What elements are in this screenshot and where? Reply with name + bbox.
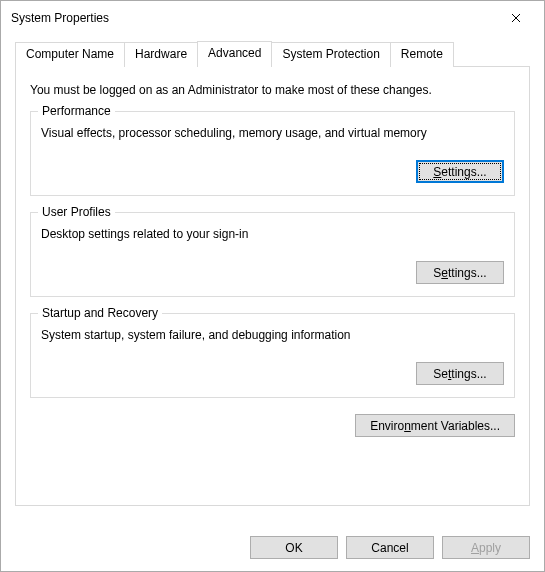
tab-row: Computer Name Hardware Advanced System P…	[15, 41, 530, 66]
group-user-profiles-title: User Profiles	[38, 205, 115, 219]
group-performance: Performance Visual effects, processor sc…	[30, 111, 515, 196]
tab-remote[interactable]: Remote	[390, 42, 454, 67]
group-user-profiles: User Profiles Desktop settings related t…	[30, 212, 515, 297]
group-startup-desc: System startup, system failure, and debu…	[41, 328, 504, 342]
group-performance-desc: Visual effects, processor scheduling, me…	[41, 126, 504, 140]
group-startup-recovery: Startup and Recovery System startup, sys…	[30, 313, 515, 398]
environment-variables-button[interactable]: Environment Variables...	[355, 414, 515, 437]
group-startup-title: Startup and Recovery	[38, 306, 162, 320]
tab-advanced-panel: You must be logged on as an Administrato…	[15, 66, 530, 506]
cancel-button[interactable]: Cancel	[346, 536, 434, 559]
tab-computer-name[interactable]: Computer Name	[15, 42, 125, 67]
close-icon	[511, 13, 521, 23]
tab-advanced[interactable]: Advanced	[197, 41, 272, 66]
performance-settings-button[interactable]: Settings...	[416, 160, 504, 183]
window-title: System Properties	[11, 11, 109, 25]
admin-note: You must be logged on as an Administrato…	[30, 83, 515, 97]
close-button[interactable]	[498, 5, 534, 31]
tab-system-protection[interactable]: System Protection	[271, 42, 390, 67]
startup-settings-button[interactable]: Settings...	[416, 362, 504, 385]
user-profiles-settings-button[interactable]: Settings...	[416, 261, 504, 284]
ok-button[interactable]: OK	[250, 536, 338, 559]
tab-hardware[interactable]: Hardware	[124, 42, 198, 67]
group-user-profiles-desc: Desktop settings related to your sign-in	[41, 227, 504, 241]
group-performance-title: Performance	[38, 104, 115, 118]
apply-button: Apply	[442, 536, 530, 559]
